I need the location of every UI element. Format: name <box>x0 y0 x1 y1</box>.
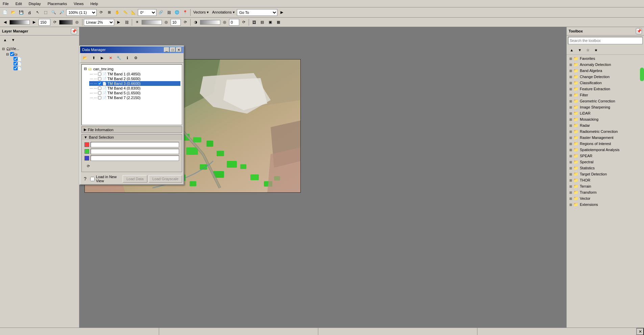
goto-select[interactable]: Go To <box>237 9 277 16</box>
refresh2-btn[interactable]: ⟳ <box>181 19 189 26</box>
dialog-minimize-btn[interactable]: _ <box>164 47 169 52</box>
center-map-view[interactable]: Data Manager _ □ ✕ 📂 ⬆ ▶ ✕ 🔧 ℹ ⚙ ⊟ 🗂 <box>79 27 566 328</box>
load-grayscale-btn[interactable]: Load Grayscale <box>149 175 182 183</box>
toolbox-item-extensions[interactable]: ⊞ 📁 Extensions <box>567 201 644 208</box>
toolbox-item-spatiotemporal[interactable]: ⊞ 📁 Spatiotemporal Analysis <box>567 147 644 153</box>
refresh-btn[interactable]: ⟳ <box>51 19 58 26</box>
toolbox-item-feature-extraction[interactable]: ⊞ 📁 Feature Extraction <box>567 86 644 92</box>
zoom-reset-btn[interactable]: ⟳ <box>97 9 105 16</box>
brightness-input[interactable]: 150 <box>39 19 50 26</box>
file-info-header[interactable]: ▶ File Information <box>82 127 182 133</box>
hist-btn[interactable]: ▦ <box>275 19 282 26</box>
toolbox-item-geometric-correction[interactable]: ⊞ 📁 Geometric Correction <box>567 98 644 104</box>
contrast2-btn[interactable]: ◑ <box>192 19 199 26</box>
refresh-bands-btn[interactable]: ⟳ <box>84 162 92 170</box>
menu-file[interactable]: File <box>1 1 10 6</box>
load-new-view-checkbox[interactable] <box>90 177 95 181</box>
band-b-input[interactable] <box>91 155 179 161</box>
band-g-input[interactable] <box>91 149 179 154</box>
toolbox-item-classification[interactable]: ⊞ 📁 Classification <box>567 80 644 86</box>
toolbox-unstar-btn[interactable]: ★ <box>592 46 600 54</box>
toolbox-item-transform[interactable]: ⊞ 📁 Transform <box>567 189 644 195</box>
menu-edit[interactable]: Edit <box>14 1 23 6</box>
band-item-1[interactable]: — — 📄 TM Band 1 (0.4850) <box>89 72 180 76</box>
dm-back-btn[interactable]: ⬆ <box>90 54 97 62</box>
chain-btn[interactable]: ⛓ <box>165 9 173 16</box>
brightness2-btn[interactable]: ☀ <box>133 19 141 26</box>
measure-btn[interactable]: 📏 <box>122 9 129 16</box>
layer-up-btn[interactable]: ▲ <box>1 36 9 44</box>
tree-sublayer-1[interactable]: 📄 <box>9 56 78 61</box>
dialog-close-btn[interactable]: ✕ <box>176 47 181 52</box>
contrast2-input[interactable]: 0 <box>229 19 239 26</box>
dialog-help-btn[interactable]: ? <box>81 175 89 183</box>
toolbox-item-filter[interactable]: ⊞ 📁 Filter <box>567 92 644 98</box>
menu-views[interactable]: Views <box>72 1 85 6</box>
track-btn[interactable]: 📍 <box>181 9 189 16</box>
toolbox-item-favorites[interactable]: ⊞ 📁 Favorites <box>567 55 644 62</box>
toolbox-item-radar[interactable]: ⊞ 📁 Radar <box>567 122 644 128</box>
ruler-btn[interactable]: 📐 <box>130 9 137 16</box>
chain2-btn[interactable]: ⛓ <box>123 19 130 26</box>
dialog-title-bar[interactable]: Data Manager _ □ ✕ <box>80 46 183 53</box>
dm-settings-btn[interactable]: ⚙ <box>132 54 140 62</box>
toolbox-item-target-detection[interactable]: ⊞ 📁 Target Detection <box>567 171 644 177</box>
reset-c-btn[interactable]: ◎ <box>221 19 228 26</box>
new-btn[interactable]: 📄 <box>1 9 9 16</box>
blend-btn[interactable]: ▤ <box>258 19 266 26</box>
apply-stretch-btn[interactable]: ▶ <box>115 19 122 26</box>
status-close-btn[interactable]: ✕ <box>637 328 644 335</box>
menu-placemarks[interactable]: Placemarks <box>46 1 68 6</box>
file-tree-root[interactable]: ⊟ 🗂 can_tmr.img <box>83 66 180 72</box>
toolbox-item-lidar[interactable]: ⊞ 📁 LiDAR <box>567 110 644 116</box>
zoom-fit-btn[interactable]: ⊞ <box>105 9 113 16</box>
geo-btn[interactable]: 🌐 <box>173 9 181 16</box>
toolbox-item-vector[interactable]: ⊞ 📁 Vector <box>567 195 644 201</box>
print-btn[interactable]: 🖨 <box>26 9 33 16</box>
stretch-select[interactable]: Linear 2% <box>84 19 114 26</box>
toolbox-item-raster-management[interactable]: ⊞ 📁 Raster Management <box>567 135 644 141</box>
toolbox-pin[interactable]: 📌 <box>636 28 642 34</box>
dm-delete-btn[interactable]: ✕ <box>107 54 114 62</box>
dm-info-btn[interactable]: ℹ <box>124 54 131 62</box>
link-btn[interactable]: 🔗 <box>157 9 165 16</box>
save-btn[interactable]: 💾 <box>18 9 25 16</box>
zoom-select[interactable]: 100% (1:1) <box>66 9 97 16</box>
toolbox-item-regions-of-interest[interactable]: ⊞ 📁 Regions of Interest <box>567 141 644 147</box>
toolbox-search-input[interactable] <box>568 37 643 44</box>
dm-filter-btn[interactable]: 🔧 <box>115 54 123 62</box>
band-item-6[interactable]: — — 📄 TM Band 7 (2.2150) <box>89 95 180 100</box>
vectors-btn[interactable]: Vectors ▾ <box>192 9 210 16</box>
contrast-btn[interactable]: ◎ <box>73 19 81 26</box>
cursor-btn[interactable]: ↖ <box>34 9 41 16</box>
rotate-select[interactable]: 0° <box>138 9 156 16</box>
layer-manager-pin[interactable]: 📌 <box>71 28 77 34</box>
band-item-5[interactable]: — — 📄 TM Band 5 (1.6500) <box>89 91 180 95</box>
toolbox-item-statistics[interactable]: ⊞ 📁 Statistics <box>567 165 644 171</box>
tree-sublayer-2[interactable]: 📄 <box>9 61 78 66</box>
toolbox-item-band-algebra[interactable]: ⊞ 📁 Band Algebra <box>567 68 644 74</box>
toolbox-item-thor[interactable]: ⊞ 📁 THOR <box>567 177 644 183</box>
dialog-file-tree[interactable]: ⊟ 🗂 can_tmr.img — — 📄 TM Band 1 (0.4850)… <box>81 64 182 125</box>
overlay-btn[interactable]: 🖼 <box>250 19 258 26</box>
zoom-in-btn[interactable]: 🔍 <box>50 9 57 16</box>
band-item-3[interactable]: — — 📄 TM Band 3 (0.6600) <box>89 81 180 86</box>
refresh3-btn[interactable]: ⟳ <box>240 19 247 26</box>
toolbox-item-spear[interactable]: ⊞ 📁 SPEAR <box>567 153 644 159</box>
band-selection-header[interactable]: ▼ Band Selection <box>82 135 182 140</box>
toolbox-item-image-sharpening[interactable]: ⊞ 📁 Image Sharpening <box>567 104 644 110</box>
load-data-btn[interactable]: Load Data <box>123 175 147 183</box>
toolbox-down-btn[interactable]: ▼ <box>576 46 584 54</box>
pan-btn[interactable]: ✋ <box>114 9 121 16</box>
toolbox-item-spectral[interactable]: ⊞ 📁 Spectral <box>567 159 644 165</box>
toolbox-up-btn[interactable]: ▲ <box>568 46 575 54</box>
dialog-maximize-btn[interactable]: □ <box>170 47 175 52</box>
band-item-4[interactable]: — — 📄 TM Band 4 (0.8300) <box>89 86 180 91</box>
toolbox-item-terrain[interactable]: ⊞ 📁 Terrain <box>567 183 644 189</box>
toolbox-star-btn[interactable]: ☆ <box>584 46 592 54</box>
toolbox-item-anomaly[interactable]: ⊞ 📁 Anomaly Detection <box>567 62 644 68</box>
mask-btn[interactable]: ▣ <box>267 19 274 26</box>
go-btn[interactable]: ▶ <box>278 9 286 16</box>
annotations-btn[interactable]: Annotations ▾ <box>211 9 236 16</box>
menu-help[interactable]: Help <box>89 1 99 6</box>
